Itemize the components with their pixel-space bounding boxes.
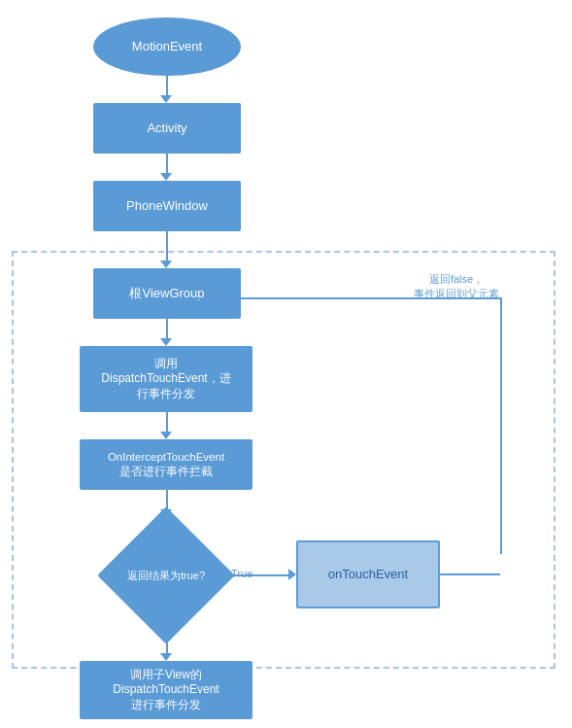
- node-on-intercept: OnInterceptTouchEvent 是否进行事件拦截: [80, 439, 252, 490]
- arrowhead-child: [160, 653, 172, 661]
- node-motion-event: MotionEvent: [93, 17, 241, 76]
- node-phone-window: PhoneWindow: [93, 181, 241, 231]
- node-diamond-result: 返回结果为true?: [108, 517, 224, 634]
- node-dispatch-touch: 调用 DispatchTouchEvent，进 行事件分发: [80, 346, 252, 412]
- arrow-4: [166, 319, 168, 340]
- arrow-return-bottom-h: [440, 573, 500, 575]
- node-child-dispatch: 调用子View的 DispatchTouchEvent 进行事件分发: [80, 661, 252, 719]
- arrow-1: [166, 76, 168, 97]
- arrow-child-v: [166, 634, 168, 655]
- arrow-3: [166, 231, 168, 262]
- arrowhead-2: [160, 173, 172, 181]
- arrowhead-4: [160, 338, 172, 346]
- arrowhead-1: [160, 95, 172, 103]
- node-on-touch-event: onTouchEvent: [296, 540, 440, 608]
- arrow-return-right-v: [500, 297, 502, 554]
- arrow-5: [166, 412, 168, 433]
- arrowhead-5: [160, 432, 172, 439]
- node-root-viewgroup: 根ViewGroup: [93, 268, 241, 319]
- arrowhead-3: [160, 260, 172, 268]
- arrowhead-true: [288, 569, 296, 580]
- arrow-true-h: [224, 574, 292, 576]
- node-activity: Activity: [93, 103, 241, 154]
- arrow-return-top-h: [166, 297, 500, 299]
- true-label: True: [231, 568, 252, 579]
- diagram-container: MotionEvent Activity PhoneWindow 根ViewGr…: [0, 0, 572, 728]
- arrow-2: [166, 154, 168, 175]
